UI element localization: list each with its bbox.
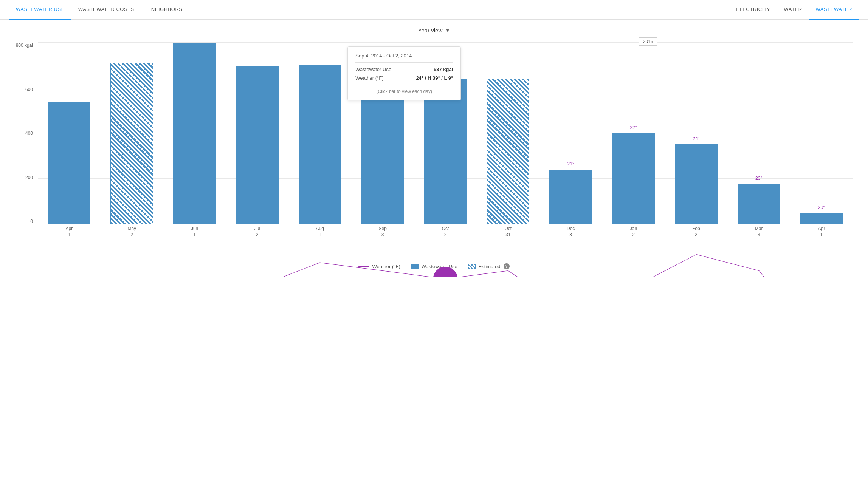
view-selector-button[interactable]: Year view ▼: [418, 27, 450, 34]
y-label-800: 800 kgal: [15, 43, 36, 48]
legend-item-wastewater: Wastewater Use: [411, 264, 457, 269]
tooltip-value-wastewater: 537 kgal: [434, 66, 453, 72]
bar-1[interactable]: 13°: [110, 63, 153, 224]
chart-container: Year view ▼ 800 kgal 600 400 200 0 11°13…: [0, 20, 868, 277]
legend-item-estimated: Estimated ?: [468, 263, 510, 269]
tab-wastewater-right[interactable]: WASTEWATER: [809, 0, 859, 20]
y-label-400: 400: [15, 131, 36, 136]
legend-bar-estimated-icon: [468, 264, 476, 269]
y-axis: 800 kgal 600 400 200 0: [15, 43, 36, 224]
chart-legend: Weather (°F) Wastewater Use Estimated ?: [15, 260, 853, 269]
tooltip-row-wastewater: Wastewater Use 537 kgal: [355, 66, 453, 72]
bar-temp-11: 23°: [755, 176, 762, 181]
bar-temp-8: 21°: [567, 161, 574, 167]
bar-group-0: 11°: [38, 43, 101, 224]
bar-9[interactable]: 22°: [612, 133, 655, 224]
view-selector: Year view ▼: [15, 27, 853, 34]
x-label-11: Mar3: [727, 226, 790, 238]
x-axis: Apr1May2Jun1Jul2Aug1Sep3Oct2Oct31Dec3Jan…: [38, 226, 853, 238]
bar-group-10: 24°: [665, 43, 727, 224]
bar-temp-0: 11°: [66, 94, 73, 99]
legend-label-wastewater: Wastewater Use: [422, 264, 457, 269]
x-label-12: Apr1: [790, 226, 853, 238]
x-label-3: Jul2: [226, 226, 289, 238]
x-label-2: Jun1: [163, 226, 226, 238]
nav-left: WASTEWATER USE WASTEWATER COSTS NEIGHBOR…: [9, 0, 189, 19]
legend-label-weather: Weather (°F): [372, 264, 400, 269]
bar-10[interactable]: 24°: [675, 144, 718, 224]
legend-bar-solid-icon: [411, 264, 418, 269]
bar-group-1: 13°: [101, 43, 163, 224]
bar-temp-10: 24°: [693, 136, 699, 141]
bar-2[interactable]: 18°: [173, 43, 216, 224]
tooltip: Sep 4, 2014 - Oct 2, 2014 Wastewater Use…: [347, 46, 461, 100]
bar-3[interactable]: 23°: [236, 66, 279, 224]
bar-0[interactable]: 11°: [48, 102, 91, 224]
tooltip-hint: (Click bar to view each day): [355, 85, 453, 94]
chart-area: 800 kgal 600 400 200 0 11°13°18°23°25°24…: [15, 43, 853, 254]
y-label-600: 600: [15, 87, 36, 92]
x-label-9: Jan2: [602, 226, 665, 238]
bar-temp-2: 18°: [191, 34, 198, 40]
bar-group-2: 18°: [163, 43, 226, 224]
y-label-0: 0: [15, 219, 36, 224]
bar-group-3: 23°: [226, 43, 289, 224]
bar-temp-3: 23°: [254, 58, 260, 63]
tab-neighbors[interactable]: NEIGHBORS: [144, 0, 189, 20]
y-label-200: 200: [15, 175, 36, 180]
tab-wastewater-use[interactable]: WASTEWATER USE: [9, 0, 71, 20]
help-icon[interactable]: ?: [504, 263, 510, 269]
tooltip-label-weather: Weather (°F): [355, 75, 383, 81]
bar-7[interactable]: [487, 79, 529, 224]
bar-group-11: 23°: [727, 43, 790, 224]
legend-line-icon: [358, 266, 369, 267]
x-label-0: Apr1: [38, 226, 101, 238]
x-label-1: May2: [101, 226, 163, 238]
bar-temp-9: 22°: [630, 125, 637, 130]
nav-separator: [143, 5, 143, 14]
chart-inner: 11°13°18°23°25°24°21°22°24°23°20° 2015 S…: [38, 43, 853, 224]
x-label-8: Dec3: [539, 226, 602, 238]
nav-right: ELECTRICITY WATER WASTEWATER: [729, 0, 859, 19]
tab-wastewater-costs[interactable]: WASTEWATER COSTS: [71, 0, 141, 20]
bar-8[interactable]: 21°: [549, 170, 592, 224]
x-label-10: Feb2: [665, 226, 727, 238]
tooltip-row-weather: Weather (°F) 24° / H 39° / L 9°: [355, 75, 453, 81]
bar-12[interactable]: 20°: [800, 213, 843, 224]
bar-11[interactable]: 23°: [738, 184, 780, 224]
bar-group-4: 25°: [288, 43, 351, 224]
bar-4[interactable]: 25°: [299, 65, 341, 224]
bar-temp-1: 13°: [129, 55, 135, 60]
x-label-7: Oct31: [477, 226, 539, 238]
top-navigation: WASTEWATER USE WASTEWATER COSTS NEIGHBOR…: [0, 0, 868, 20]
tooltip-value-weather: 24° / H 39° / L 9°: [416, 75, 453, 81]
bar-6[interactable]: [424, 79, 467, 224]
bar-group-7: [477, 43, 539, 224]
bar-group-12: 20°: [790, 43, 853, 224]
x-label-4: Aug1: [288, 226, 351, 238]
tab-electricity[interactable]: ELECTRICITY: [729, 0, 777, 20]
bar-temp-12: 20°: [818, 205, 825, 210]
x-label-5: Sep3: [351, 226, 414, 238]
tooltip-label-wastewater: Wastewater Use: [355, 66, 391, 72]
year-marker: 2015: [639, 37, 657, 46]
tooltip-date: Sep 4, 2014 - Oct 2, 2014: [355, 53, 453, 63]
tab-water[interactable]: WATER: [777, 0, 809, 20]
chevron-down-icon: ▼: [445, 28, 450, 33]
bar-group-9: 22°: [602, 43, 665, 224]
legend-label-estimated: Estimated: [479, 264, 501, 269]
x-label-6: Oct2: [414, 226, 477, 238]
legend-item-weather: Weather (°F): [358, 264, 400, 269]
bar-group-8: 21°: [539, 43, 602, 224]
bar-temp-4: 25°: [316, 56, 323, 62]
